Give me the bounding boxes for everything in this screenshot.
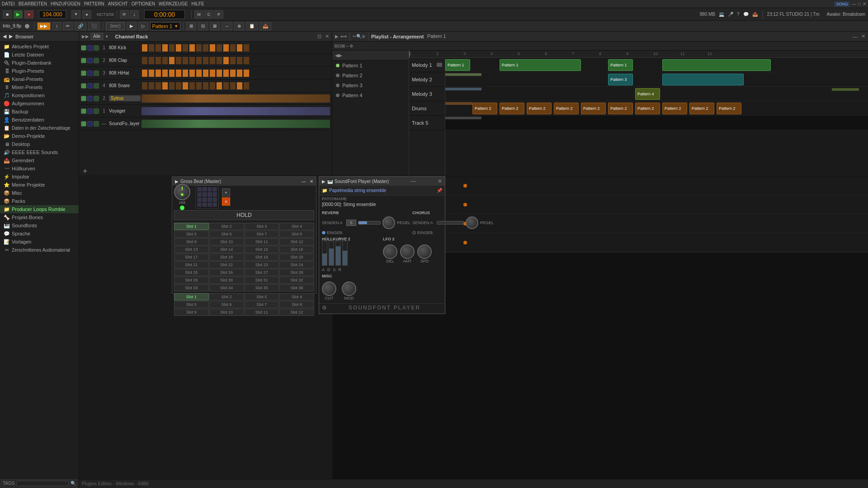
link-tool[interactable]: 🔗	[75, 22, 86, 30]
sidebar-item-demo[interactable]: 📂 Demo-Projekte	[0, 132, 79, 140]
gb-slot-b1[interactable]: Slot 1	[174, 293, 209, 300]
sidebar-item-aktuelles[interactable]: 📁 Aktuelles Projekt	[0, 42, 79, 51]
mixer-btn[interactable]: M	[194, 10, 203, 19]
erase-tool[interactable]: ⬛	[88, 22, 100, 30]
gb-slot-30[interactable]: Slot 30	[209, 277, 244, 284]
pad-1-13[interactable]	[223, 44, 229, 52]
play-from-start[interactable]: ▶	[127, 22, 137, 30]
sidebar-item-zwischenablage[interactable]: 📋 Daten in der Zwischenablage	[0, 124, 79, 132]
drums-pat10[interactable]: Pattern 2	[717, 103, 741, 114]
gb-main-knob[interactable]: ◉	[174, 184, 190, 200]
gb-slot-17[interactable]: Slot 17	[174, 253, 209, 261]
pad-1-12[interactable]	[216, 44, 222, 52]
ch-mute-6[interactable]	[81, 108, 86, 114]
pattern-item-4[interactable]: Pattern 4	[332, 90, 409, 100]
gb-slot-10[interactable]: Slot 10	[209, 238, 244, 245]
channel-rack-filter[interactable]: Alle	[91, 33, 103, 40]
pad-4-12[interactable]	[216, 82, 222, 90]
sf-chorus-slider[interactable]	[437, 221, 464, 225]
ch-mute-7[interactable]	[81, 121, 86, 127]
pad-3-6[interactable]	[175, 69, 182, 77]
gb-slot-34[interactable]: Slot 34	[209, 284, 244, 291]
sidebar-item-kompositionen[interactable]: 🎵 Kompositionen	[0, 91, 79, 99]
gross-beat-header[interactable]: ▶ Gross Beat (Master) — ✕	[172, 177, 316, 186]
track-label-drums[interactable]: Drums	[409, 101, 445, 116]
gb-slot-29[interactable]: Slot 29	[174, 277, 209, 284]
track-label-melody3[interactable]: Melody 3	[409, 87, 445, 101]
ch-name-5[interactable]: Sytrus	[109, 95, 141, 101]
gb-slot-b5[interactable]: Slot 5	[174, 301, 209, 308]
pad-3-10[interactable]	[203, 69, 209, 77]
ch-mute-4[interactable]	[81, 83, 86, 89]
pad-2-11[interactable]	[209, 56, 216, 65]
gb-side-btn2[interactable]: ✕	[222, 197, 230, 206]
gb-slot-22[interactable]: Slot 22	[209, 261, 244, 268]
pattern-item-2[interactable]: Pattern 2	[332, 70, 409, 80]
gb-slot-b11[interactable]: Slot 11	[245, 309, 279, 316]
sf-reverb-radio-dot[interactable]	[322, 231, 326, 235]
sf-pin-icon[interactable]: 📌	[437, 188, 442, 193]
ch-fx-2[interactable]	[94, 58, 99, 63]
gb-slot-32[interactable]: Slot 32	[279, 277, 314, 284]
melody1-pat2[interactable]: Pattern 1	[500, 59, 581, 71]
gb-slot-8[interactable]: Slot 8	[279, 230, 314, 238]
ch-fx-3[interactable]	[94, 70, 99, 76]
pad-3-14[interactable]	[230, 69, 236, 77]
pattern-selector[interactable]: Pattern 1 ▼	[150, 22, 181, 30]
channel-rack-close[interactable]: ⊡	[317, 33, 321, 39]
grid-btn3[interactable]: ⊠	[210, 22, 220, 30]
ch-name-6[interactable]: Voyager	[109, 108, 141, 113]
gb-min[interactable]: —	[302, 179, 306, 184]
track-label-melody2[interactable]: Melody 2	[409, 72, 445, 87]
drums-pat9[interactable]: Pattern 2	[689, 103, 714, 114]
gb-slot-27[interactable]: Slot 27	[245, 269, 279, 276]
pattern-item-3[interactable]: Pattern 3	[332, 80, 409, 90]
pad-3-4[interactable]	[162, 69, 168, 77]
ch-solo-5[interactable]	[87, 96, 93, 101]
sidebar-item-packs[interactable]: 📦 Packs	[0, 197, 79, 205]
melody1-pat4[interactable]	[662, 59, 771, 71]
ch-fx-7[interactable]	[94, 121, 99, 127]
gb-slot-16[interactable]: Slot 16	[279, 246, 314, 253]
melody2-pat1[interactable]: Pattern 3	[608, 74, 633, 85]
sidebar-item-hullkurven[interactable]: 〰 Hüllkurven	[0, 164, 79, 173]
gb-slot-18[interactable]: Slot 18	[209, 253, 244, 261]
sf-lfo-spd-knob[interactable]	[417, 244, 432, 259]
grid-btn2[interactable]: ⊟	[198, 22, 208, 30]
sf-settings-icon[interactable]: ⚙	[322, 305, 327, 311]
ch-fx-1[interactable]	[94, 45, 99, 51]
gb-slot-b6[interactable]: Slot 6	[209, 301, 244, 308]
gb-slot-7[interactable]: Slot 7	[245, 230, 279, 238]
gb-side-btn1[interactable]: +	[222, 188, 230, 197]
gb-slot-b9[interactable]: Slot 9	[174, 309, 209, 316]
drums-pat1[interactable]: Pattern 2	[472, 103, 497, 114]
record-button[interactable]: ●	[24, 10, 33, 19]
ch-name-4[interactable]: 808 Snare	[109, 83, 141, 88]
sidebar-item-vorlagen[interactable]: 📝 Vorlagen	[0, 238, 79, 246]
snap-btn[interactable]: ↔	[222, 22, 232, 30]
pad-2-6[interactable]	[175, 56, 182, 65]
grid-btn1[interactable]: ⊞	[186, 22, 196, 30]
sidebar-item-benutzerdaten[interactable]: 👤 Benutzerdaten	[0, 116, 79, 124]
drums-pat6[interactable]: Pattern 2	[608, 103, 633, 114]
pad-3-11[interactable]	[209, 69, 216, 77]
gb-slot-36[interactable]: Slot 36	[279, 284, 314, 291]
pad-3-9[interactable]	[196, 69, 202, 77]
gb-slot-19[interactable]: Slot 19	[245, 253, 279, 261]
pad-4-1[interactable]	[142, 82, 148, 90]
sidebar-forward[interactable]: ▶	[9, 33, 13, 39]
drums-pat2[interactable]: Pattern 2	[500, 103, 524, 114]
pad-2-14[interactable]	[230, 56, 236, 65]
pad-4-6[interactable]	[175, 82, 182, 90]
pad-2-2[interactable]	[148, 56, 155, 65]
stop-button[interactable]: ■	[3, 10, 12, 19]
gb-slot-33[interactable]: Slot 33	[174, 284, 209, 291]
pad-4-8[interactable]	[189, 82, 195, 90]
sidebar-item-eeee[interactable]: 🔊 EEEE EEEE Sounds	[0, 148, 79, 156]
gb-slot-11[interactable]: Slot 11	[245, 238, 279, 245]
ch-mute-3[interactable]	[81, 70, 86, 76]
minimize-btn[interactable]: —	[852, 1, 856, 7]
gb-slot-25[interactable]: Slot 25	[174, 269, 209, 276]
playlist-close[interactable]: ✕	[861, 33, 865, 39]
track-label-melody1[interactable]: Melody 1	[409, 58, 445, 72]
